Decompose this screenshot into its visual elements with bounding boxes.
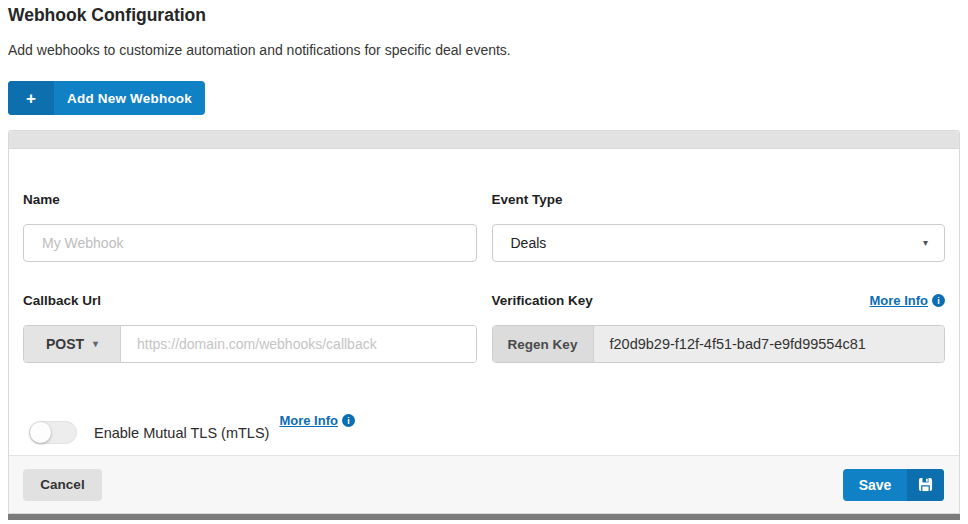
verification-key-group: Regen Key f20d9b29-f12f-4f51-bad7-e9fd99…	[492, 325, 946, 363]
chevron-down-icon: ▾	[923, 238, 928, 248]
callback-url-field-group: Callback Url POST ▾	[23, 292, 477, 363]
form-grid: Name Event Type Deals ▾ Callback Url POS…	[23, 191, 945, 393]
plus-icon: +	[8, 81, 54, 115]
verification-key-value: f20d9b29-f12f-4f51-bad7-e9fd99554c81	[594, 326, 945, 362]
mtls-label: Enable Mutual TLS (mTLS)	[94, 425, 269, 441]
more-info-label: More Info	[870, 293, 929, 308]
cancel-button[interactable]: Cancel	[23, 469, 102, 501]
info-icon: i	[342, 414, 355, 427]
event-type-selected-value: Deals	[511, 235, 547, 251]
event-type-select[interactable]: Deals ▾	[492, 224, 946, 262]
verification-key-label: Verification Key	[492, 292, 593, 309]
chevron-down-icon: ▾	[93, 339, 98, 349]
callback-url-label: Callback Url	[23, 292, 477, 309]
verification-key-more-info-link[interactable]: More Info i	[870, 293, 946, 308]
mtls-toggle-knob	[30, 422, 51, 443]
http-method-value: POST	[46, 336, 84, 352]
mtls-row: Enable Mutual TLS (mTLS) More Info i	[23, 421, 945, 444]
event-type-field-group: Event Type Deals ▾	[492, 191, 946, 262]
more-info-label: More Info	[279, 413, 338, 428]
webhook-configuration-page: Webhook Configuration Add webhooks to cu…	[0, 0, 968, 514]
name-input[interactable]	[23, 224, 477, 262]
regen-key-button[interactable]: Regen Key	[493, 326, 594, 362]
webhook-form-card: Name Event Type Deals ▾ Callback Url POS…	[8, 130, 960, 514]
webhook-form: Name Event Type Deals ▾ Callback Url POS…	[9, 149, 959, 444]
card-header-strip	[9, 131, 959, 149]
save-icon	[907, 469, 944, 501]
save-button-label: Save	[843, 469, 907, 501]
callback-url-input[interactable]	[121, 326, 476, 362]
page-title: Webhook Configuration	[8, 4, 960, 26]
save-button[interactable]: Save	[843, 469, 944, 501]
info-icon: i	[932, 294, 945, 307]
mtls-toggle[interactable]	[29, 421, 77, 444]
card-bottom-bar	[8, 514, 960, 520]
verification-key-field-group: Verification Key More Info i Regen Key f…	[492, 292, 946, 363]
name-field-group: Name	[23, 191, 477, 262]
form-footer: Cancel Save	[9, 455, 959, 513]
add-new-webhook-button[interactable]: + Add New Webhook	[8, 81, 205, 115]
event-type-label: Event Type	[492, 191, 946, 208]
mtls-more-info-link[interactable]: More Info i	[279, 413, 355, 428]
callback-url-input-group: POST ▾	[23, 325, 477, 363]
name-label: Name	[23, 191, 477, 208]
verification-key-label-row: Verification Key More Info i	[492, 292, 946, 309]
http-method-dropdown[interactable]: POST ▾	[24, 326, 121, 362]
page-subtitle: Add webhooks to customize automation and…	[8, 41, 960, 59]
add-new-webhook-label: Add New Webhook	[54, 81, 205, 115]
